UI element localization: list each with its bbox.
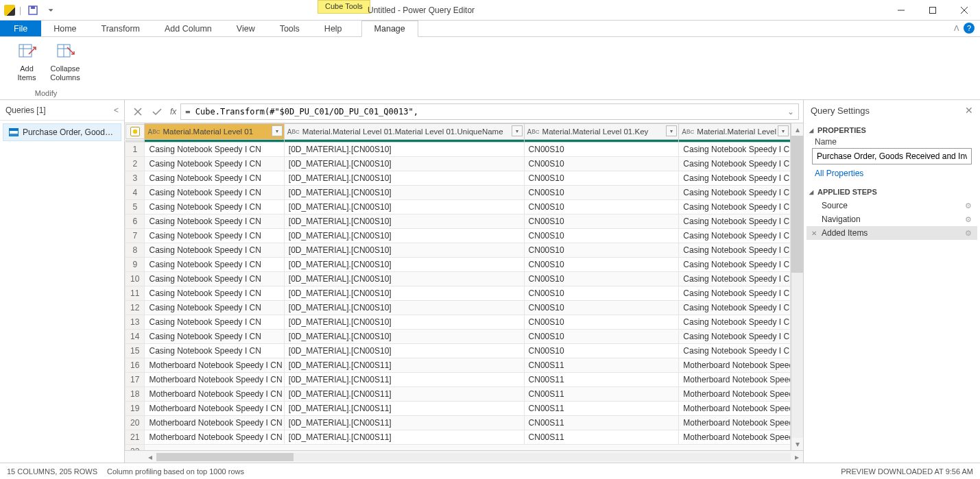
queries-pane-collapse[interactable]: < xyxy=(114,106,119,115)
cell[interactable]: [0D_MATERIAL].[CN00S10] xyxy=(284,258,524,272)
add-items-button[interactable]: Add Items xyxy=(10,40,44,82)
scroll-right-button[interactable]: ▸ xyxy=(791,452,803,462)
row-number[interactable]: 21 xyxy=(126,430,145,445)
cell[interactable]: [0D_MATERIAL].[CN00S11] xyxy=(284,402,524,416)
column-header[interactable]: ABC Material.Material Level 01.M ▾ xyxy=(679,124,791,140)
cell[interactable]: Casing Notebook Speedy I CN xyxy=(679,243,791,258)
formula-input[interactable] xyxy=(185,107,785,116)
cell[interactable]: [0D_MATERIAL].[CN00S10] xyxy=(284,157,524,171)
table-row[interactable]: 12Casing Notebook Speedy I CN[0D_MATERIA… xyxy=(126,301,791,315)
cell[interactable]: Casing Notebook Speedy I CN xyxy=(679,272,791,286)
table-row[interactable]: 15Casing Notebook Speedy I CN[0D_MATERIA… xyxy=(126,344,791,358)
cell[interactable]: [0D_MATERIAL].[CN00S10] xyxy=(284,286,524,301)
column-filter-button[interactable]: ▾ xyxy=(666,125,677,136)
delete-step-icon[interactable]: ✕ xyxy=(811,230,817,237)
row-number[interactable]: 1 xyxy=(126,143,145,157)
cell[interactable]: CN00S10 xyxy=(524,258,679,272)
row-number[interactable]: 19 xyxy=(126,402,145,416)
row-number[interactable]: 6 xyxy=(126,214,145,229)
cell[interactable]: Casing Notebook Speedy I CN xyxy=(679,258,791,272)
query-name-input[interactable] xyxy=(812,148,972,164)
cell[interactable]: Casing Notebook Speedy I CN xyxy=(679,315,791,330)
cell[interactable]: CN00S10 xyxy=(524,143,679,157)
row-number[interactable]: 4 xyxy=(126,186,145,200)
applied-step[interactable]: ✕Added Items⚙ xyxy=(806,226,977,240)
scroll-down-button[interactable]: ▾ xyxy=(791,438,803,450)
cell[interactable]: CN00S11 xyxy=(524,358,679,373)
row-number[interactable]: 9 xyxy=(126,258,145,272)
vscroll-thumb[interactable] xyxy=(791,136,803,273)
row-number[interactable]: 17 xyxy=(126,373,145,387)
tab-add-column[interactable]: Add Column xyxy=(152,21,224,36)
column-filter-button[interactable]: ▾ xyxy=(778,125,789,136)
query-item[interactable]: Purchase Order, Goods... xyxy=(3,123,121,141)
ribbon-collapse-button[interactable]: ᐱ xyxy=(954,24,959,33)
row-number[interactable]: 7 xyxy=(126,229,145,243)
formula-expand-button[interactable]: ⌄ xyxy=(785,107,794,116)
applied-steps-header[interactable]: APPLIED STEPS xyxy=(804,182,980,199)
cell[interactable]: Casing Notebook Speedy I CN xyxy=(145,214,284,229)
cell[interactable]: Motherboard Notebook Speed xyxy=(679,358,791,373)
cell[interactable]: CN00S10 xyxy=(524,344,679,358)
close-button[interactable] xyxy=(948,0,980,21)
cell[interactable]: [0D_MATERIAL].[CN00S10] xyxy=(284,315,524,330)
cell[interactable]: Casing Notebook Speedy I CN xyxy=(145,143,284,157)
properties-header[interactable]: PROPERTIES xyxy=(804,121,980,137)
tab-transform[interactable]: Transform xyxy=(89,21,153,36)
table-row[interactable]: 3Casing Notebook Speedy I CN[0D_MATERIAL… xyxy=(126,171,791,186)
column-header[interactable]: ABC Material.Material Level 01 ▾ xyxy=(145,124,284,140)
table-row[interactable]: 11Casing Notebook Speedy I CN[0D_MATERIA… xyxy=(126,286,791,301)
row-number[interactable]: 22 xyxy=(126,445,145,451)
applied-step[interactable]: Source⚙ xyxy=(806,199,977,212)
row-number[interactable]: 8 xyxy=(126,243,145,258)
formula-accept-button[interactable] xyxy=(148,103,166,121)
table-row[interactable]: 22 xyxy=(126,445,791,451)
table-row[interactable]: 5Casing Notebook Speedy I CN[0D_MATERIAL… xyxy=(126,200,791,214)
cell[interactable]: CN00S10 xyxy=(524,272,679,286)
minimize-button[interactable] xyxy=(885,0,917,21)
column-header[interactable]: ABC Material.Material Level 01.Key ▾ xyxy=(524,124,679,140)
table-row[interactable]: 20Motherboard Notebook Speedy I CN[0D_MA… xyxy=(126,416,791,430)
cell[interactable]: Casing Notebook Speedy I CN xyxy=(679,229,791,243)
cell[interactable]: [0D_MATERIAL].[CN00S10] xyxy=(284,200,524,214)
cell[interactable]: Motherboard Notebook Speed xyxy=(679,373,791,387)
tab-view[interactable]: View xyxy=(224,21,267,36)
cell[interactable]: Casing Notebook Speedy I CN xyxy=(145,229,284,243)
cell[interactable]: Casing Notebook Speedy I CN xyxy=(145,330,284,344)
cell[interactable]: CN00S10 xyxy=(524,157,679,171)
cell[interactable]: Casing Notebook Speedy I CN xyxy=(679,171,791,186)
row-number[interactable]: 16 xyxy=(126,358,145,373)
cell[interactable]: CN00S10 xyxy=(524,229,679,243)
cell[interactable]: CN00S11 xyxy=(524,430,679,445)
tab-help[interactable]: Help xyxy=(312,21,355,36)
table-row[interactable]: 19Motherboard Notebook Speedy I CN[0D_MA… xyxy=(126,402,791,416)
row-number[interactable]: 11 xyxy=(126,286,145,301)
tab-manage[interactable]: Manage xyxy=(361,21,418,37)
cell[interactable]: [0D_MATERIAL].[CN00S10] xyxy=(284,214,524,229)
maximize-button[interactable] xyxy=(917,0,948,21)
cell[interactable]: Motherboard Notebook Speedy I CN xyxy=(145,430,284,445)
table-row[interactable]: 4Casing Notebook Speedy I CN[0D_MATERIAL… xyxy=(126,186,791,200)
table-row[interactable]: 2Casing Notebook Speedy I CN[0D_MATERIAL… xyxy=(126,157,791,171)
vertical-scrollbar[interactable]: ▴ ▾ xyxy=(791,123,803,450)
hscroll-thumb[interactable] xyxy=(156,453,294,461)
table-row[interactable]: 16Motherboard Notebook Speedy I CN[0D_MA… xyxy=(126,358,791,373)
cell[interactable]: [0D_MATERIAL].[CN00S10] xyxy=(284,229,524,243)
cell[interactable]: [0D_MATERIAL].[CN00S11] xyxy=(284,430,524,445)
cell[interactable]: Casing Notebook Speedy I CN xyxy=(679,200,791,214)
help-button[interactable]: ? xyxy=(964,23,975,34)
cell[interactable]: Casing Notebook Speedy I CN xyxy=(145,315,284,330)
cell[interactable]: [0D_MATERIAL].[CN00S10] xyxy=(284,330,524,344)
cell[interactable]: [0D_MATERIAL].[CN00S10] xyxy=(284,143,524,157)
table-corner[interactable] xyxy=(126,124,145,139)
row-number[interactable]: 15 xyxy=(126,344,145,358)
cell[interactable]: Motherboard Notebook Speedy I CN xyxy=(145,387,284,402)
cell[interactable]: CN00S11 xyxy=(524,387,679,402)
cell[interactable]: Casing Notebook Speedy I CN xyxy=(145,286,284,301)
row-number[interactable]: 5 xyxy=(126,200,145,214)
cell[interactable]: [0D_MATERIAL].[CN00S10] xyxy=(284,344,524,358)
row-number[interactable]: 10 xyxy=(126,272,145,286)
cell[interactable]: Casing Notebook Speedy I CN xyxy=(679,286,791,301)
cell[interactable]: Casing Notebook Speedy I CN xyxy=(145,344,284,358)
cell[interactable]: [0D_MATERIAL].[CN00S11] xyxy=(284,416,524,430)
